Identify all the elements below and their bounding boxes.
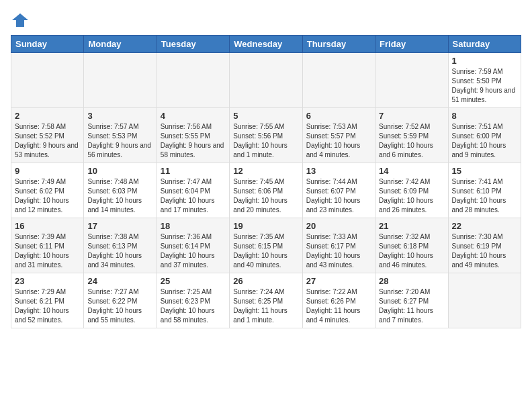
day-info: Sunrise: 7:49 AMSunset: 6:02 PMDaylight:… — [15, 177, 80, 215]
calendar-cell: 5Sunrise: 7:55 AMSunset: 5:56 PMDaylight… — [230, 108, 302, 163]
day-info: Sunrise: 7:45 AMSunset: 6:06 PMDaylight:… — [233, 177, 298, 215]
day-header-sunday: Sunday — [11, 36, 84, 53]
calendar-cell: 10Sunrise: 7:48 AMSunset: 6:03 PMDayligh… — [84, 163, 157, 218]
page-header — [11, 11, 521, 30]
day-number: 2 — [15, 111, 80, 121]
day-info: Sunrise: 7:52 AMSunset: 5:59 PMDaylight:… — [379, 122, 444, 160]
calendar-cell: 15Sunrise: 7:41 AMSunset: 6:10 PMDayligh… — [448, 163, 521, 218]
calendar-cell — [11, 53, 84, 108]
day-info: Sunrise: 7:29 AMSunset: 6:21 PMDaylight:… — [15, 287, 80, 325]
calendar-cell — [302, 53, 375, 108]
day-info: Sunrise: 7:39 AMSunset: 6:11 PMDaylight:… — [15, 232, 80, 270]
calendar-cell — [157, 53, 229, 108]
day-number: 6 — [306, 111, 371, 121]
calendar-cell: 3Sunrise: 7:57 AMSunset: 5:53 PMDaylight… — [84, 108, 157, 163]
day-number: 20 — [306, 221, 371, 231]
day-header-tuesday: Tuesday — [157, 36, 229, 53]
logo — [11, 11, 32, 30]
calendar-cell: 1Sunrise: 7:59 AMSunset: 5:50 PMDaylight… — [448, 53, 521, 108]
day-number: 23 — [15, 276, 80, 286]
calendar-cell: 12Sunrise: 7:45 AMSunset: 6:06 PMDayligh… — [230, 163, 302, 218]
day-header-thursday: Thursday — [302, 36, 375, 53]
calendar-cell: 9Sunrise: 7:49 AMSunset: 6:02 PMDaylight… — [11, 163, 84, 218]
day-number: 7 — [379, 111, 444, 121]
calendar-cell: 26Sunrise: 7:24 AMSunset: 6:25 PMDayligh… — [230, 273, 302, 328]
day-info: Sunrise: 7:30 AMSunset: 6:19 PMDaylight:… — [452, 232, 517, 270]
calendar-cell: 20Sunrise: 7:33 AMSunset: 6:17 PMDayligh… — [302, 218, 375, 273]
calendar-cell: 2Sunrise: 7:58 AMSunset: 5:52 PMDaylight… — [11, 108, 84, 163]
day-info: Sunrise: 7:20 AMSunset: 6:27 PMDaylight:… — [379, 287, 444, 325]
calendar-week-row: 1Sunrise: 7:59 AMSunset: 5:50 PMDaylight… — [11, 53, 521, 108]
calendar-cell: 23Sunrise: 7:29 AMSunset: 6:21 PMDayligh… — [11, 273, 84, 328]
calendar-cell — [375, 53, 448, 108]
day-number: 16 — [15, 221, 80, 231]
day-number: 3 — [87, 111, 152, 121]
day-info: Sunrise: 7:38 AMSunset: 6:13 PMDaylight:… — [87, 232, 152, 270]
day-number: 10 — [87, 166, 152, 176]
calendar-cell: 7Sunrise: 7:52 AMSunset: 5:59 PMDaylight… — [375, 108, 448, 163]
day-info: Sunrise: 7:51 AMSunset: 6:00 PMDaylight:… — [452, 122, 517, 160]
day-number: 27 — [306, 276, 371, 286]
day-info: Sunrise: 7:58 AMSunset: 5:52 PMDaylight:… — [15, 122, 80, 160]
day-number: 19 — [233, 221, 298, 231]
day-number: 15 — [452, 166, 517, 176]
calendar-cell: 4Sunrise: 7:56 AMSunset: 5:55 PMDaylight… — [157, 108, 229, 163]
day-header-saturday: Saturday — [448, 36, 521, 53]
calendar-cell: 24Sunrise: 7:27 AMSunset: 6:22 PMDayligh… — [84, 273, 157, 328]
day-number: 25 — [161, 276, 226, 286]
day-number: 26 — [233, 276, 298, 286]
day-info: Sunrise: 7:32 AMSunset: 6:18 PMDaylight:… — [379, 232, 444, 270]
day-info: Sunrise: 7:42 AMSunset: 6:09 PMDaylight:… — [379, 177, 444, 215]
day-number: 18 — [161, 221, 226, 231]
calendar-cell: 25Sunrise: 7:25 AMSunset: 6:23 PMDayligh… — [157, 273, 229, 328]
day-info: Sunrise: 7:48 AMSunset: 6:03 PMDaylight:… — [87, 177, 152, 215]
calendar-week-row: 23Sunrise: 7:29 AMSunset: 6:21 PMDayligh… — [11, 273, 521, 328]
day-number: 24 — [87, 276, 152, 286]
day-info: Sunrise: 7:56 AMSunset: 5:55 PMDaylight:… — [161, 122, 226, 160]
day-info: Sunrise: 7:55 AMSunset: 5:56 PMDaylight:… — [233, 122, 298, 160]
day-number: 5 — [233, 111, 298, 121]
day-info: Sunrise: 7:44 AMSunset: 6:07 PMDaylight:… — [306, 177, 371, 215]
day-header-monday: Monday — [84, 36, 157, 53]
calendar-cell: 14Sunrise: 7:42 AMSunset: 6:09 PMDayligh… — [375, 163, 448, 218]
day-info: Sunrise: 7:36 AMSunset: 6:14 PMDaylight:… — [161, 232, 226, 270]
calendar-cell: 17Sunrise: 7:38 AMSunset: 6:13 PMDayligh… — [84, 218, 157, 273]
day-number: 8 — [452, 111, 517, 121]
calendar-cell: 19Sunrise: 7:35 AMSunset: 6:15 PMDayligh… — [230, 218, 302, 273]
day-info: Sunrise: 7:41 AMSunset: 6:10 PMDaylight:… — [452, 177, 517, 215]
calendar-cell: 16Sunrise: 7:39 AMSunset: 6:11 PMDayligh… — [11, 218, 84, 273]
day-info: Sunrise: 7:24 AMSunset: 6:25 PMDaylight:… — [233, 287, 298, 325]
day-number: 4 — [161, 111, 226, 121]
day-info: Sunrise: 7:53 AMSunset: 5:57 PMDaylight:… — [306, 122, 371, 160]
calendar-cell — [84, 53, 157, 108]
calendar-cell — [230, 53, 302, 108]
day-number: 14 — [379, 166, 444, 176]
calendar-cell: 21Sunrise: 7:32 AMSunset: 6:18 PMDayligh… — [375, 218, 448, 273]
day-info: Sunrise: 7:33 AMSunset: 6:17 PMDaylight:… — [306, 232, 371, 270]
day-number: 28 — [379, 276, 444, 286]
day-info: Sunrise: 7:35 AMSunset: 6:15 PMDaylight:… — [233, 232, 298, 270]
day-header-friday: Friday — [375, 36, 448, 53]
calendar-cell — [448, 273, 521, 328]
calendar-header-row: SundayMondayTuesdayWednesdayThursdayFrid… — [11, 36, 521, 53]
day-info: Sunrise: 7:22 AMSunset: 6:26 PMDaylight:… — [306, 287, 371, 325]
calendar-week-row: 16Sunrise: 7:39 AMSunset: 6:11 PMDayligh… — [11, 218, 521, 273]
day-info: Sunrise: 7:25 AMSunset: 6:23 PMDaylight:… — [161, 287, 226, 325]
calendar-cell: 11Sunrise: 7:47 AMSunset: 6:04 PMDayligh… — [157, 163, 229, 218]
calendar-cell: 6Sunrise: 7:53 AMSunset: 5:57 PMDaylight… — [302, 108, 375, 163]
day-info: Sunrise: 7:57 AMSunset: 5:53 PMDaylight:… — [87, 122, 152, 160]
logo-icon — [11, 11, 30, 30]
calendar-cell: 8Sunrise: 7:51 AMSunset: 6:00 PMDaylight… — [448, 108, 521, 163]
day-info: Sunrise: 7:47 AMSunset: 6:04 PMDaylight:… — [161, 177, 226, 215]
day-number: 1 — [452, 56, 517, 66]
day-info: Sunrise: 7:59 AMSunset: 5:50 PMDaylight:… — [452, 67, 517, 105]
calendar-cell: 22Sunrise: 7:30 AMSunset: 6:19 PMDayligh… — [448, 218, 521, 273]
calendar-cell: 18Sunrise: 7:36 AMSunset: 6:14 PMDayligh… — [157, 218, 229, 273]
calendar-cell: 27Sunrise: 7:22 AMSunset: 6:26 PMDayligh… — [302, 273, 375, 328]
day-number: 22 — [452, 221, 517, 231]
day-number: 21 — [379, 221, 444, 231]
calendar-table: SundayMondayTuesdayWednesdayThursdayFrid… — [11, 35, 521, 328]
day-number: 13 — [306, 166, 371, 176]
calendar-cell: 28Sunrise: 7:20 AMSunset: 6:27 PMDayligh… — [375, 273, 448, 328]
svg-marker-0 — [12, 13, 28, 27]
